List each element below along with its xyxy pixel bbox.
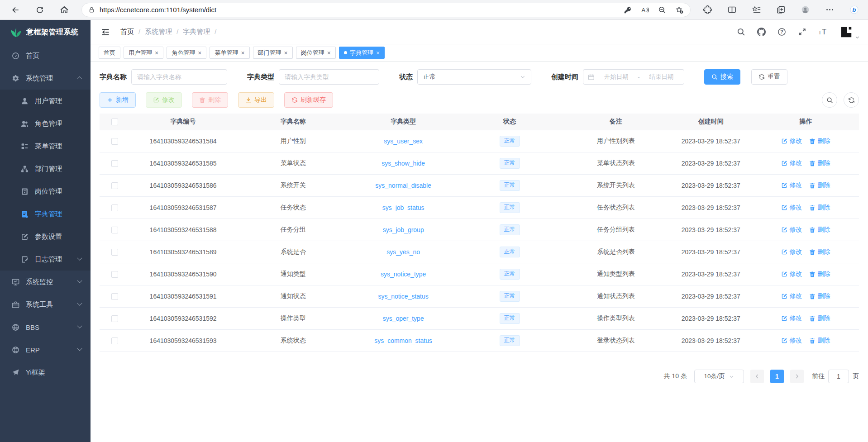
sidebar-item[interactable]: BBS bbox=[0, 316, 91, 338]
row-delete-link[interactable]: 删除 bbox=[809, 137, 830, 145]
browser-nav-button[interactable] bbox=[32, 2, 48, 18]
sidebar-item[interactable]: 字典管理 bbox=[0, 203, 91, 225]
topbar-button[interactable] bbox=[734, 25, 748, 39]
row-edit-link[interactable]: 修改 bbox=[781, 248, 802, 256]
sidebar-item[interactable]: 系统监控 bbox=[0, 271, 91, 293]
row-edit-link[interactable]: 修改 bbox=[781, 314, 802, 323]
goto-page-input[interactable] bbox=[828, 370, 849, 383]
row-checkbox[interactable] bbox=[111, 337, 118, 344]
dict-type-link[interactable]: sys_notice_status bbox=[378, 293, 429, 300]
row-delete-link[interactable]: 删除 bbox=[809, 292, 830, 300]
row-checkbox[interactable] bbox=[111, 227, 118, 233]
tab-close-icon[interactable]: × bbox=[327, 50, 331, 56]
browser-action-button[interactable]: b bbox=[845, 2, 863, 18]
row-checkbox[interactable] bbox=[111, 293, 118, 300]
row-edit-link[interactable]: 修改 bbox=[781, 204, 802, 212]
browser-action-button[interactable] bbox=[772, 2, 789, 18]
page-size-select[interactable]: 10条/页 bbox=[694, 370, 744, 383]
sidebar-item[interactable]: 系统工具 bbox=[0, 293, 91, 316]
search-button[interactable]: 搜索 bbox=[704, 69, 740, 85]
dict-type-link[interactable]: sys_yes_no bbox=[386, 248, 420, 256]
tab-close-icon[interactable]: × bbox=[241, 50, 244, 56]
browser-nav-button[interactable] bbox=[56, 2, 72, 18]
page-number-button[interactable]: 1 bbox=[770, 370, 784, 383]
edit-button[interactable]: 修改 bbox=[146, 92, 182, 108]
row-delete-link[interactable]: 删除 bbox=[809, 248, 830, 256]
tab-close-icon[interactable]: × bbox=[198, 50, 201, 56]
page-tab[interactable]: 字典管理 × bbox=[339, 47, 385, 59]
user-avatar-menu[interactable] bbox=[839, 25, 860, 39]
url-input[interactable] bbox=[100, 6, 621, 14]
row-checkbox[interactable] bbox=[111, 138, 118, 145]
address-bar-button[interactable] bbox=[656, 4, 668, 16]
row-delete-link[interactable]: 删除 bbox=[809, 270, 830, 278]
dict-type-link[interactable]: sys_common_status bbox=[374, 337, 432, 344]
address-bar-button[interactable] bbox=[673, 4, 686, 16]
sidebar-item[interactable]: 岗位管理 bbox=[0, 180, 91, 203]
row-edit-link[interactable]: 修改 bbox=[781, 181, 802, 190]
page-tab[interactable]: 部门管理 × bbox=[253, 47, 293, 59]
tab-close-icon[interactable]: × bbox=[376, 50, 380, 56]
row-checkbox[interactable] bbox=[111, 315, 118, 322]
sidebar-item[interactable]: ERP bbox=[0, 338, 91, 361]
delete-button[interactable]: 删除 bbox=[192, 92, 228, 108]
row-delete-link[interactable]: 删除 bbox=[809, 226, 830, 234]
refresh-table-button[interactable] bbox=[844, 92, 859, 108]
row-delete-link[interactable]: 删除 bbox=[809, 204, 830, 212]
row-checkbox[interactable] bbox=[111, 249, 118, 256]
page-tab[interactable]: 用户管理 × bbox=[124, 47, 163, 59]
row-checkbox[interactable] bbox=[111, 204, 118, 211]
sidebar-fold-icon[interactable] bbox=[100, 27, 110, 37]
row-checkbox[interactable] bbox=[111, 182, 118, 189]
page-tab[interactable]: 角色管理 × bbox=[167, 47, 206, 59]
topbar-button[interactable]: TT bbox=[816, 25, 829, 39]
breadcrumb-item[interactable]: 首页 bbox=[120, 28, 145, 36]
row-delete-link[interactable]: 删除 bbox=[809, 337, 830, 345]
page-tab[interactable]: 岗位管理 × bbox=[296, 47, 336, 59]
dict-type-link[interactable]: sys_normal_disable bbox=[375, 182, 431, 189]
row-edit-link[interactable]: 修改 bbox=[781, 292, 802, 300]
row-checkbox[interactable] bbox=[111, 271, 118, 278]
sidebar-item[interactable]: 首页 bbox=[0, 44, 91, 67]
dict-type-link[interactable]: sys_oper_type bbox=[383, 315, 424, 322]
row-edit-link[interactable]: 修改 bbox=[781, 226, 802, 234]
address-bar-button[interactable] bbox=[621, 4, 634, 16]
export-button[interactable]: 导出 bbox=[238, 92, 274, 108]
dict-type-input[interactable] bbox=[279, 69, 379, 85]
browser-action-button[interactable] bbox=[699, 2, 716, 18]
reset-button[interactable]: 重置 bbox=[751, 69, 787, 85]
page-tab[interactable]: 首页 × bbox=[99, 47, 120, 59]
sidebar-item[interactable]: Yi框架 bbox=[0, 361, 91, 384]
sidebar-item[interactable]: 参数设置 bbox=[0, 225, 91, 248]
date-end-placeholder[interactable]: 结束日期 bbox=[644, 73, 679, 81]
tab-close-icon[interactable]: × bbox=[155, 50, 158, 56]
row-edit-link[interactable]: 修改 bbox=[781, 270, 802, 278]
dict-type-link[interactable]: sys_user_sex bbox=[384, 138, 423, 145]
sidebar-item[interactable]: 系统管理 bbox=[0, 67, 91, 90]
show-search-button[interactable] bbox=[822, 92, 837, 108]
row-delete-link[interactable]: 删除 bbox=[809, 181, 830, 190]
breadcrumb-item[interactable]: 字典管理 bbox=[183, 28, 221, 36]
status-select[interactable]: 正常 bbox=[417, 69, 531, 85]
dict-name-input[interactable] bbox=[131, 69, 227, 85]
breadcrumb-item[interactable]: 系统管理 bbox=[145, 28, 183, 36]
row-edit-link[interactable]: 修改 bbox=[781, 137, 802, 145]
browser-action-button[interactable] bbox=[748, 2, 765, 18]
browser-action-button[interactable] bbox=[821, 2, 838, 18]
address-bar-button[interactable]: A bbox=[639, 4, 651, 16]
dict-type-link[interactable]: sys_job_status bbox=[382, 204, 424, 211]
prev-page-button[interactable] bbox=[750, 370, 764, 383]
topbar-button[interactable] bbox=[754, 25, 768, 39]
row-delete-link[interactable]: 删除 bbox=[809, 159, 830, 167]
browser-action-button[interactable] bbox=[723, 2, 740, 18]
sidebar-item[interactable]: 角色管理 bbox=[0, 112, 91, 135]
row-edit-link[interactable]: 修改 bbox=[781, 159, 802, 167]
add-button[interactable]: 新增 bbox=[100, 92, 136, 108]
address-bar[interactable]: A bbox=[81, 3, 691, 17]
topbar-button[interactable] bbox=[795, 25, 809, 39]
date-start-placeholder[interactable]: 开始日期 bbox=[598, 73, 634, 81]
dict-type-link[interactable]: sys_show_hide bbox=[382, 160, 425, 167]
dict-type-link[interactable]: sys_job_group bbox=[383, 226, 424, 233]
sidebar-item[interactable]: 用户管理 bbox=[0, 90, 91, 112]
page-tab[interactable]: 菜单管理 × bbox=[210, 47, 249, 59]
